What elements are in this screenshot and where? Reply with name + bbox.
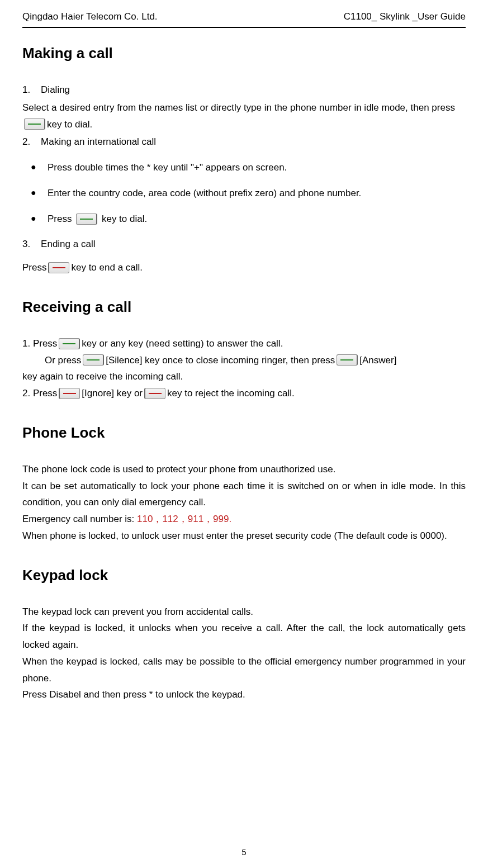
kl-p4: Press Disabel and then press * to unlock… (22, 686, 466, 703)
header-right: C1100_ Skylink _User Guide (344, 11, 466, 22)
rc-2b: [Silence] key once to close incoming rin… (106, 352, 335, 369)
making-call-body: 1. Dialing Select a desired entry from t… (22, 82, 466, 276)
rc-4c: key to reject the incoming call. (167, 385, 295, 402)
end-key-icon (48, 262, 69, 273)
bullet-1: Press double times the * key until "+" a… (31, 159, 466, 176)
end-key-icon (59, 388, 80, 399)
phone-lock-body: The phone lock code is used to protect y… (22, 461, 466, 544)
rc-1a: 1. Press (22, 335, 57, 352)
page-header: Qingdao Haier Telecom Co. Ltd. C1100_ Sk… (22, 11, 466, 28)
text-end-b: key to end a call. (71, 259, 143, 276)
pl-p4: When phone is locked, to unlock user mus… (22, 528, 466, 544)
heading-receiving-call: Receiving a call (22, 298, 466, 316)
end-key-icon (144, 388, 165, 399)
label-ending: Ending a call (41, 239, 95, 249)
heading-keypad-lock: Keypad lock (22, 567, 466, 584)
pl-emergency-numbers: 110，112，911，999. (137, 514, 231, 524)
header-left: Qingdao Haier Telecom Co. Ltd. (22, 11, 158, 22)
rc-2a: Or press (45, 352, 81, 369)
call-key-icon (83, 354, 104, 366)
heading-phone-lock: Phone Lock (22, 424, 466, 442)
kl-p3: When the keypad is locked, calls may be … (22, 653, 466, 687)
page-number: 5 (0, 847, 488, 857)
call-key-icon (337, 354, 358, 366)
rc-2c: [Answer] (359, 352, 396, 369)
label-dialing: Dialing (41, 84, 70, 95)
keypad-lock-body: The keypad lock can prevent you from acc… (22, 604, 466, 704)
bullet3-b: key to dial. (102, 214, 147, 224)
rc-4a: 2. Press (22, 385, 57, 402)
pl-p2: It can be set automatically to lock your… (22, 478, 466, 511)
text-dial-b: key to dial. (47, 116, 92, 133)
rc-4b: [Ignore] key or (82, 385, 143, 402)
bullet-2: Enter the country code, area code (witho… (31, 185, 466, 202)
rc-1b: key or any key (need setting) to answer … (82, 335, 283, 352)
rc-3: key again to receive the incoming call. (22, 368, 466, 385)
kl-p1: The keypad lock can prevent you from acc… (22, 604, 466, 620)
num-3: 3. (22, 239, 30, 249)
text-dial-a: Select a desired entry from the names li… (22, 99, 455, 116)
num-1: 1. (22, 84, 30, 95)
heading-making-call: Making a call (22, 45, 466, 62)
text-end-a: Press (22, 259, 46, 276)
num-2: 2. (22, 136, 30, 147)
label-international: Making an international call (41, 136, 156, 147)
pl-p3a: Emergency call number is: (22, 514, 137, 524)
call-key-icon (59, 338, 80, 349)
bullet-3: Press key to dial. (31, 211, 466, 227)
receiving-call-body: 1. Press key or any key (need setting) t… (22, 335, 466, 402)
call-key-icon (76, 214, 97, 225)
call-key-icon (24, 118, 45, 130)
kl-p2: If the keypad is locked, it unlocks when… (22, 620, 466, 653)
bullet3-a: Press (48, 214, 74, 224)
pl-p1: The phone lock code is used to protect y… (22, 461, 466, 478)
